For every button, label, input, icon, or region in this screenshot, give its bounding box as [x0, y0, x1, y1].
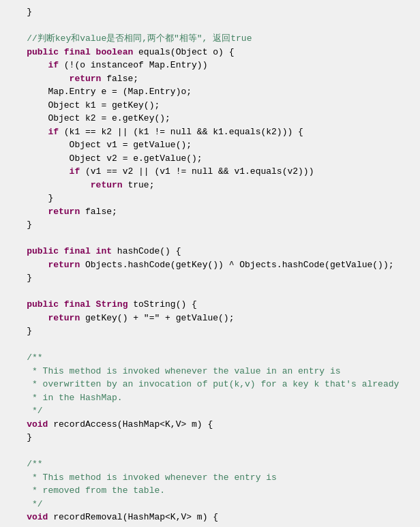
- keyword: if: [5, 166, 80, 177]
- code-text: }: [5, 7, 32, 17]
- code-text: toString() {: [127, 299, 196, 310]
- keyword: void: [5, 512, 48, 522]
- comment: /**: [5, 352, 43, 363]
- code-block: } //判断key和value是否相同,两个都"相等", 返回true publ…: [0, 5, 420, 527]
- code-line: * This method is invoked whenever the va…: [0, 365, 420, 378]
- code-line: */: [0, 498, 420, 511]
- code-line: public final boolean equals(Object o) {: [0, 46, 420, 59]
- code-container: } //判断key和value是否相同,两个都"相等", 返回true publ…: [0, 0, 420, 527]
- code-line: Object v1 = getValue();: [0, 138, 420, 152]
- code-text: false;: [101, 74, 138, 84]
- code-text: Object k2 = e.getKey();: [5, 113, 170, 123]
- code-line: return false;: [0, 72, 420, 86]
- keyword: public final String: [5, 299, 127, 310]
- code-line: [0, 338, 420, 352]
- keyword: return: [5, 260, 80, 270]
- code-text: Map.Entry e = (Map.Entry)o;: [5, 87, 192, 97]
- code-line: return true;: [0, 179, 420, 192]
- comment: * This method is invoked whenever the en…: [5, 472, 277, 483]
- code-text: }: [5, 220, 32, 230]
- code-line: Object v2 = e.getValue();: [0, 152, 420, 166]
- code-text: (v1 == v2 || (v1 != null && v1.equals(v2…: [80, 166, 314, 177]
- code-text: Object v1 = getValue();: [5, 140, 192, 150]
- code-line: [0, 285, 420, 299]
- keyword: if: [5, 60, 59, 70]
- code-line: void recordRemoval(HashMap<K,V> m) {: [0, 511, 420, 524]
- code-line: }: [0, 431, 420, 445]
- code-text: }: [5, 326, 32, 336]
- code-line: /**: [0, 351, 420, 365]
- code-line: */: [0, 404, 420, 418]
- code-line: if (!(o instanceof Map.Entry)): [0, 59, 420, 72]
- code-line: * removed from the table.: [0, 484, 420, 498]
- code-line: Map.Entry e = (Map.Entry)o;: [0, 85, 420, 99]
- code-line: return getKey() + "=" + getValue();: [0, 312, 420, 325]
- keyword: public final int: [5, 246, 112, 256]
- code-line: }: [0, 325, 420, 338]
- keyword: return: [5, 180, 123, 190]
- code-line: * in the HashMap.: [0, 391, 420, 405]
- code-text: }: [5, 432, 32, 442]
- code-line: Object k1 = getKey();: [0, 99, 420, 112]
- code-line: [0, 232, 420, 245]
- code-text: false;: [80, 207, 117, 217]
- keyword: return: [5, 74, 101, 84]
- code-line: }: [0, 5, 420, 19]
- code-line: if (v1 == v2 || (v1 != null && v1.equals…: [0, 165, 420, 179]
- code-text: Object k1 = getKey();: [5, 100, 160, 110]
- code-text: equals(Object o) {: [133, 47, 234, 57]
- code-line: }: [0, 271, 420, 285]
- code-line: return Objects.hashCode(getKey()) ^ Obje…: [0, 258, 420, 272]
- comment: * overwritten by an invocation of put(k,…: [5, 379, 399, 389]
- code-line: }: [0, 192, 420, 205]
- code-line: public final String toString() {: [0, 298, 420, 312]
- code-line: }: [0, 218, 420, 232]
- code-text: true;: [123, 180, 155, 190]
- code-line: * overwritten by an invocation of put(k,…: [0, 378, 420, 391]
- code-line: * This method is invoked whenever the en…: [0, 471, 420, 485]
- code-line: /**: [0, 457, 420, 471]
- code-line: return false;: [0, 205, 420, 219]
- comment: */: [5, 499, 43, 509]
- code-text: Object v2 = e.getValue();: [5, 153, 202, 164]
- comment: * This method is invoked whenever the va…: [5, 366, 340, 376]
- code-line: Object k2 = e.getKey();: [0, 112, 420, 125]
- code-line: [0, 445, 420, 458]
- code-line: [0, 19, 420, 33]
- code-line: //判断key和value是否相同,两个都"相等", 返回true: [0, 32, 420, 46]
- code-text: (!(o instanceof Map.Entry)): [59, 60, 207, 70]
- code-line: }: [0, 524, 420, 528]
- comment: * removed from the table.: [5, 485, 165, 496]
- code-text: recordAccess(HashMap<K,V> m) {: [48, 419, 213, 430]
- code-line: void recordAccess(HashMap<K,V> m) {: [0, 418, 420, 432]
- code-line: if (k1 == k2 || (k1 != null && k1.equals…: [0, 125, 420, 139]
- code-text: Objects.hashCode(getKey()) ^ Objects.has…: [80, 260, 393, 270]
- keyword: public final boolean: [5, 47, 133, 57]
- keyword: void: [5, 419, 48, 430]
- code-line: public final int hashCode() {: [0, 245, 420, 258]
- keyword: if: [5, 127, 59, 137]
- code-text: getKey() + "=" + getValue();: [80, 313, 234, 323]
- comment: */: [5, 406, 43, 416]
- keyword: return: [5, 313, 80, 323]
- code-text: }: [5, 273, 32, 283]
- comment: * in the HashMap.: [5, 393, 123, 403]
- keyword: return: [5, 207, 80, 217]
- comment: //判断key和value是否相同,两个都"相等", 返回true: [5, 33, 252, 44]
- comment: /**: [5, 459, 43, 469]
- code-text: (k1 == k2 || (k1 != null && k1.equals(k2…: [59, 127, 303, 137]
- code-text: }: [5, 193, 53, 203]
- code-text: hashCode() {: [112, 246, 181, 256]
- code-text: recordRemoval(HashMap<K,V> m) {: [48, 512, 218, 522]
